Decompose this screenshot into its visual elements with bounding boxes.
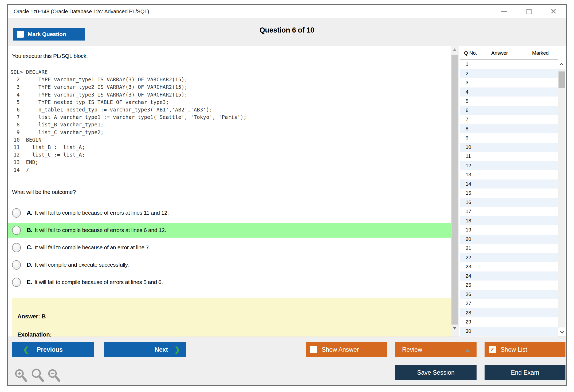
show-answer-label: Show Answer: [322, 346, 359, 353]
question-list-row[interactable]: 3: [460, 78, 558, 87]
previous-button[interactable]: ❮ Previous: [12, 342, 94, 357]
radio-icon[interactable]: [12, 243, 21, 252]
scrollbar-thumb[interactable]: [559, 71, 565, 88]
question-list-panel: Q No. Answer Marked 12345678910111213141…: [460, 46, 558, 337]
question-list-row[interactable]: 19: [460, 225, 558, 235]
question-list-row[interactable]: 24: [460, 271, 558, 281]
question-list-row[interactable]: 25: [460, 281, 558, 290]
radio-icon[interactable]: [12, 260, 21, 270]
question-list-row[interactable]: 5: [460, 97, 558, 106]
option-a[interactable]: A. It will fail to compile because of er…: [8, 205, 451, 220]
question-list-row[interactable]: 23: [460, 262, 558, 271]
app-window: Oracle 1z0-148 (Oracle Database 12c: Adv…: [7, 4, 567, 386]
radio-icon[interactable]: [12, 278, 21, 287]
question-number: 24: [466, 273, 484, 279]
question-list-row[interactable]: 12: [460, 161, 558, 170]
save-session-button[interactable]: Save Session: [395, 365, 477, 380]
answer-label: Answer: B: [17, 313, 451, 320]
radio-icon[interactable]: [12, 208, 21, 218]
magnifier-icon[interactable]: [30, 368, 45, 383]
minimize-icon[interactable]: [501, 8, 508, 15]
option-text: It will fail to compile because of error…: [34, 279, 163, 285]
scroll-up-icon[interactable]: [558, 60, 565, 69]
question-counter: Question 6 of 10: [8, 26, 566, 34]
option-b[interactable]: B. It will fail to compile because of er…: [8, 223, 451, 238]
previous-label: Previous: [37, 346, 63, 353]
option-letter: B.: [27, 227, 32, 234]
option-text: It will compile and execute successfully…: [35, 262, 129, 268]
question-list-row[interactable]: 27: [460, 299, 558, 308]
show-list-button[interactable]: ✓ Show List: [485, 342, 565, 357]
question-list-scrollbar[interactable]: [558, 46, 565, 337]
option-letter: C.: [27, 244, 32, 251]
question-number: 15: [466, 190, 484, 196]
question-list-row[interactable]: 15: [460, 189, 558, 198]
question-list-row[interactable]: 16: [460, 198, 558, 207]
question-list-row[interactable]: 28: [460, 308, 558, 318]
zoom-controls: [14, 368, 61, 383]
end-exam-label: End Exam: [511, 369, 539, 376]
question-list-row[interactable]: 30: [460, 327, 558, 336]
question-list-row[interactable]: 6: [460, 106, 558, 115]
scrollbar-track[interactable]: [558, 60, 565, 337]
arrow-up-icon: [465, 349, 470, 352]
option-text: It will fail to compile because of error…: [35, 210, 169, 216]
question-list-row[interactable]: 22: [460, 253, 558, 262]
window-controls: ✕: [501, 5, 557, 18]
question-list-row[interactable]: 1: [460, 60, 558, 69]
show-answer-button[interactable]: Show Answer: [306, 342, 387, 357]
question-number: 18: [466, 218, 484, 224]
review-label: Review: [402, 346, 422, 353]
scroll-up-icon[interactable]: [453, 48, 457, 51]
question-list-row[interactable]: 9: [460, 133, 558, 143]
scroll-down-icon[interactable]: [453, 327, 457, 330]
content-scrollbar[interactable]: [451, 46, 459, 337]
question-list-row[interactable]: 26: [460, 290, 558, 299]
question-list-row[interactable]: 20: [460, 235, 558, 244]
scroll-down-icon[interactable]: [558, 327, 565, 336]
review-button[interactable]: Review: [395, 342, 477, 357]
option-text: It will fail to compile because of error…: [35, 227, 166, 233]
show-answer-checkbox-icon[interactable]: [310, 346, 317, 353]
radio-icon[interactable]: [12, 226, 21, 235]
question-number: 2: [466, 71, 484, 77]
option-c[interactable]: C. It will fail to compile because of an…: [8, 240, 451, 255]
zoom-in-icon[interactable]: [14, 368, 28, 383]
chevron-right-icon: ❯: [174, 346, 180, 354]
end-exam-button[interactable]: End Exam: [485, 365, 565, 380]
zoom-out-icon[interactable]: [47, 368, 61, 383]
question-area: You execute this PL/SQL block: SQL> DECL…: [8, 46, 451, 337]
question-list-row[interactable]: 13: [460, 170, 558, 179]
next-button[interactable]: Next ❯: [104, 342, 186, 357]
question-list-row[interactable]: 17: [460, 207, 558, 216]
question-number: 10: [466, 144, 484, 150]
option-letter: D.: [27, 261, 32, 268]
close-icon[interactable]: ✕: [550, 8, 557, 15]
question-number: 22: [466, 255, 484, 261]
question-list-row[interactable]: 10: [460, 143, 558, 152]
question-number: 20: [466, 236, 484, 242]
question-list-row[interactable]: 14: [460, 179, 558, 189]
option-text: It will fail to compile because of an er…: [35, 244, 150, 251]
option-e[interactable]: E. It will fail to compile because of er…: [8, 275, 451, 290]
question-list-row[interactable]: 8: [460, 124, 558, 134]
option-letter: E.: [27, 279, 32, 286]
scrollbar-thumb[interactable]: [451, 55, 458, 325]
question-list-row[interactable]: 21: [460, 244, 558, 253]
question-list-row[interactable]: 2: [460, 69, 558, 78]
explanation-label: Explanation:: [17, 331, 451, 337]
option-d[interactable]: D. It will compile and execute successfu…: [8, 257, 451, 272]
question-number: 29: [466, 319, 484, 325]
question-number: 4: [466, 89, 484, 95]
question-list-row[interactable]: 29: [460, 317, 558, 327]
question-list-row[interactable]: 4: [460, 87, 558, 97]
question-list-row[interactable]: 18: [460, 216, 558, 226]
question-list-rows: 1234567891011121314151617181920212223242…: [460, 60, 558, 337]
maximize-icon[interactable]: [525, 8, 532, 15]
question-number: 23: [466, 264, 484, 270]
question-list-row[interactable]: 11: [460, 152, 558, 161]
question-number: 11: [466, 153, 484, 159]
question-list-header: Q No. Answer Marked: [460, 46, 558, 60]
question-list-row[interactable]: 7: [460, 115, 558, 124]
show-list-checkbox-icon[interactable]: ✓: [489, 346, 496, 353]
